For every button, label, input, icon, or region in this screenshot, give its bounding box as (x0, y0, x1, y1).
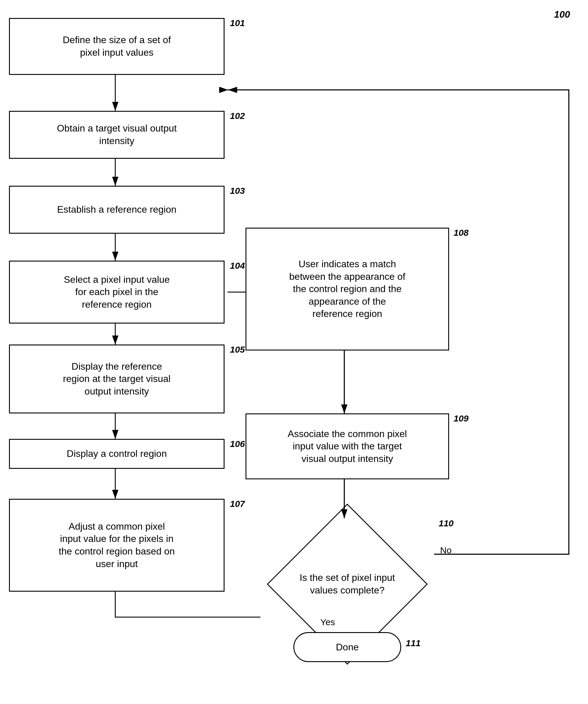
step-111: 111 (406, 638, 420, 648)
label-107: Adjust a common pixel input value for th… (59, 520, 175, 570)
box-101: Define the size of a set of pixel input … (9, 18, 224, 75)
terminal-111: Done (293, 632, 401, 662)
box-103: Establish a reference region (9, 186, 224, 234)
yes-label: Yes (320, 617, 335, 627)
step-105: 105 (230, 345, 245, 355)
box-107: Adjust a common pixel input value for th… (9, 499, 224, 592)
step-106: 106 (230, 439, 245, 449)
box-105: Display the reference region at the targ… (9, 345, 224, 413)
box-108: User indicates a match between the appea… (246, 228, 449, 351)
step-108: 108 (454, 228, 468, 238)
label-103: Establish a reference region (57, 203, 176, 216)
label-111: Done (336, 642, 359, 653)
diamond-110: Is the set of pixel input values complet… (260, 518, 434, 650)
box-106: Display a control region (9, 439, 224, 469)
label-104: Select a pixel input value for each pixe… (64, 274, 170, 311)
step-109: 109 (454, 413, 468, 424)
box-109: Associate the common pixel input value w… (246, 413, 449, 479)
step-110: 110 (439, 518, 454, 528)
diagram-label-100: 100 (554, 9, 570, 20)
label-110: Is the set of pixel input values complet… (297, 569, 398, 599)
label-106: Display a control region (67, 448, 167, 460)
step-107: 107 (230, 499, 245, 509)
label-109: Associate the common pixel input value w… (288, 428, 407, 465)
label-105: Display the reference region at the targ… (63, 360, 170, 398)
step-102: 102 (230, 111, 245, 121)
box-104: Select a pixel input value for each pixe… (9, 260, 224, 324)
step-104: 104 (230, 260, 245, 271)
label-108: User indicates a match between the appea… (289, 258, 405, 320)
label-102: Obtain a target visual output intensity (57, 122, 177, 147)
box-102: Obtain a target visual output intensity (9, 111, 224, 159)
step-103: 103 (230, 186, 245, 196)
flowchart-diagram: Define the size of a set of pixel input … (0, 0, 588, 704)
step-101: 101 (230, 18, 245, 28)
label-101: Define the size of a set of pixel input … (63, 34, 171, 59)
no-label: No (440, 545, 452, 555)
